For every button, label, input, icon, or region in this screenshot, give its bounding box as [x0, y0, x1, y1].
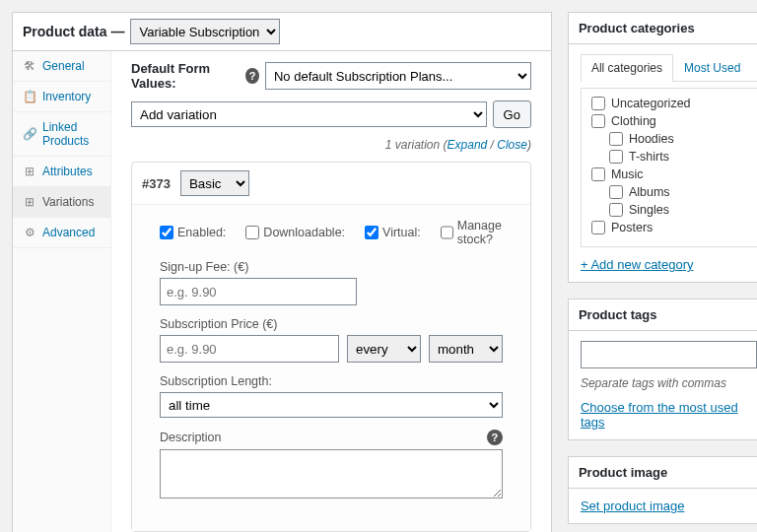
manage-stock-checkbox[interactable]	[441, 226, 453, 239]
image-title: Product image	[579, 465, 667, 480]
tags-title: Product tags	[579, 307, 656, 322]
help-icon[interactable]: ?	[245, 68, 259, 84]
help-icon[interactable]: ?	[487, 430, 503, 445]
product-type-select[interactable]: Variable Subscription	[130, 19, 280, 44]
default-plan-select[interactable]: No default Subscription Plans...	[265, 62, 531, 90]
product-tabs: 🛠General 📋Inventory 🔗Linked Products ⊞At…	[13, 51, 111, 532]
cat-posters[interactable]: Posters	[591, 221, 753, 234]
panel-title: Product data —	[23, 24, 124, 39]
cat-clothing[interactable]: Clothing	[591, 114, 753, 128]
tab-advanced[interactable]: ⚙Advanced	[13, 218, 110, 248]
image-box: Product image▲ Set product image	[568, 456, 757, 524]
set-image-link[interactable]: Set product image	[581, 499, 685, 513]
categories-title: Product categories	[579, 21, 695, 35]
cat-uncategorized[interactable]: Uncategorized	[591, 97, 753, 110]
virtual-checkbox[interactable]	[365, 226, 378, 239]
tab-general[interactable]: 🛠General	[13, 51, 110, 82]
enabled-checkbox-label[interactable]: Enabled:	[160, 226, 226, 239]
tab-variations[interactable]: ⊞Variations	[13, 187, 110, 218]
description-label: Description	[160, 431, 222, 444]
downloadable-checkbox-label[interactable]: Downloadable:	[245, 226, 345, 239]
variation-plan-select[interactable]: Basic	[180, 170, 249, 196]
manage-stock-checkbox-label[interactable]: Manage stock?	[441, 219, 503, 246]
subscription-length-label: Subscription Length:	[160, 374, 272, 388]
default-form-label: Default Form Values:	[131, 61, 240, 91]
cat-music[interactable]: Music	[591, 167, 753, 181]
cat-singles[interactable]: Singles	[591, 203, 753, 217]
subscription-period-select[interactable]: month	[429, 335, 503, 363]
go-button[interactable]: Go	[493, 100, 531, 128]
variation-number: #373	[142, 176, 171, 191]
close-link[interactable]: Close	[497, 138, 527, 152]
cat-tab-all[interactable]: All categories	[581, 54, 673, 82]
category-list: Uncategorized Clothing Hoodies T-shirts …	[581, 88, 757, 247]
cat-albums[interactable]: Albums	[591, 185, 753, 199]
subscription-price-label: Subscription Price (€)	[160, 317, 278, 331]
tab-inventory[interactable]: 📋Inventory	[13, 82, 110, 112]
clipboard-icon: 📋	[23, 90, 36, 103]
subscription-length-select[interactable]: all time	[160, 392, 503, 418]
variation-box: #373 Basic Enabled: Downloadable: Virtua…	[131, 162, 531, 532]
variation-count-note: 1 variation (Expand / Close)	[385, 138, 531, 152]
enabled-checkbox[interactable]	[160, 226, 173, 239]
tags-note: Separate tags with commas	[581, 376, 757, 390]
add-variation-select[interactable]: Add variation	[131, 101, 487, 127]
product-data-panel: Product data — Variable Subscription 🛠Ge…	[12, 12, 552, 532]
cat-hoodies[interactable]: Hoodies	[591, 132, 753, 146]
add-category-link[interactable]: + Add new category	[581, 257, 694, 272]
choose-tags-link[interactable]: Choose from the most used tags	[581, 400, 738, 430]
categories-box: Product categories▲ All categories Most …	[568, 12, 757, 283]
panel-header: Product data — Variable Subscription	[13, 13, 551, 51]
description-textarea[interactable]	[160, 449, 503, 499]
subscription-price-input[interactable]	[160, 335, 339, 363]
gear-icon: ⚙	[23, 226, 36, 239]
virtual-checkbox-label[interactable]: Virtual:	[365, 226, 421, 239]
downloadable-checkbox[interactable]	[245, 226, 259, 239]
link-icon: 🔗	[23, 127, 36, 141]
expand-link[interactable]: Expand	[447, 138, 488, 152]
wrench-icon: 🛠	[23, 59, 36, 73]
cat-tab-used[interactable]: Most Used	[673, 54, 751, 81]
cat-tshirts[interactable]: T-shirts	[591, 150, 753, 164]
grid-icon: ⊞	[23, 195, 36, 209]
tag-input[interactable]	[581, 341, 757, 368]
variation-header[interactable]: #373 Basic	[132, 163, 530, 205]
tab-attributes[interactable]: ⊞Attributes	[13, 157, 110, 187]
grid-icon: ⊞	[23, 165, 36, 178]
subscription-interval-select[interactable]: every	[347, 335, 421, 363]
tab-linked-products[interactable]: 🔗Linked Products	[13, 112, 110, 157]
variations-content: Default Form Values: ? No default Subscr…	[111, 51, 551, 532]
signup-fee-label: Sign-up Fee: (€)	[160, 260, 248, 274]
tags-box: Product tags▲ Add Separate tags with com…	[568, 299, 757, 440]
signup-fee-input[interactable]	[160, 278, 357, 305]
